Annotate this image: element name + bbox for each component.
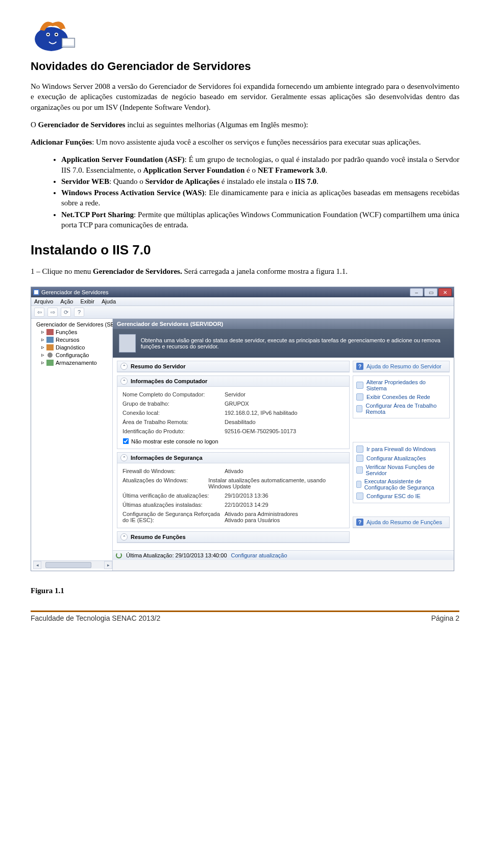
check-roles-icon [356,466,363,474]
config-icon [46,352,54,358]
svg-rect-15 [46,360,54,366]
logo-fox [31,15,77,54]
panel-resumo-funcoes[interactable]: ⌃ Resumo de Funções [117,532,349,543]
paragraph-adicionar-funcoes: Adicionar Funções: Um novo assistente aj… [31,137,459,147]
info-row: Nome Completo do Computador:Servidor [122,390,344,399]
scroll-right-button[interactable]: ▸ [104,561,112,569]
window-titlebar[interactable]: Gerenciador de Servidores – ▭ ✕ [31,287,454,297]
info-row: Firewall do Windows:Ativado [122,466,344,476]
scroll-left-button[interactable]: ◂ [33,561,41,569]
security-wizard-icon [356,481,361,488]
roles-icon [46,329,54,335]
features-icon [46,337,54,343]
bullet-web: Servidor WEB: Quando o Servidor de Aplic… [61,176,459,186]
menubar: Arquivo Ação Exibir Ajuda [31,297,454,306]
network-icon [356,393,363,401]
firewall-icon [356,445,363,453]
info-row: Identificação do Produto:92516-OEM-75029… [122,427,344,436]
info-row: Últimas atualizações instaladas:22/10/20… [122,500,344,509]
back-button[interactable]: ⇦ [34,308,44,317]
link-configurar-atualizacao[interactable]: Configurar atualização [231,552,287,558]
help-icon: ? [356,519,363,526]
svg-rect-6 [63,39,74,46]
chevron-up-icon: ⌃ [120,454,128,461]
updates-icon [356,455,363,462]
bullet-tcp: Net.TCP Port Sharing: Permite que múltip… [61,209,459,230]
tree-root[interactable]: Gerenciador de Servidores (SERV [33,321,112,328]
checkbox-no-show-console[interactable]: Não mostrar este console no logon [122,436,344,445]
remote-icon [356,405,362,412]
tree-diagnostico[interactable]: ▹Diagnóstico [40,343,112,351]
refresh-icon [116,552,122,558]
svg-rect-11 [46,329,54,335]
heading-novidades: Novidades do Gerenciador de Servidores [31,60,459,73]
link-assistente-seguranca[interactable]: Executar Assistente de Configuração de S… [356,477,446,491]
screenshot-server-manager: Gerenciador de Servidores – ▭ ✕ Arquivo … [31,287,454,571]
panel-resumo-servidor[interactable]: ⌃ Resumo do Servidor [117,361,349,372]
step-1: 1 – Clique no menu Gerenciador de Servid… [31,266,459,276]
link-exibir-conexoes[interactable]: Exibir Conexões de Rede [356,392,446,402]
link-configurar-esc[interactable]: Configurar ESC do IE [356,491,446,501]
info-row: Atualizações do Windows:Instalar atualiz… [122,476,344,491]
figure-label: Figura 1.1 [31,587,459,595]
svg-rect-8 [34,290,38,294]
heading-instalando: Instalando o IIS 7.0 [31,242,459,258]
svg-point-4 [56,34,58,36]
chevron-up-icon: ⌃ [120,533,128,541]
footer-left: Faculdade de Tecnologia SENAC 2013/2 [31,614,160,622]
ie-esc-icon [356,492,363,500]
menu-ajuda[interactable]: Ajuda [102,298,116,304]
bullet-was: Windows Process Activation Service (WAS)… [61,187,459,208]
link-configurar-atualizacoes[interactable]: Configurar Atualizações [356,454,446,463]
info-row: Conexão local:192.168.0.12, IPv6 habilit… [122,408,344,417]
page-footer: Faculdade de Tecnologia SENAC 2013/2 Pág… [31,611,459,622]
panel-info-computador[interactable]: ⌃ Informações do Computador [117,376,349,387]
link-configurar-remota[interactable]: Configurar Área de Trabalho Remota [356,402,446,416]
info-row: Grupo de trabalho:GRUPOX [122,399,344,408]
link-firewall[interactable]: Ir para Firewall do Windows [356,444,446,454]
tree-armazenamento[interactable]: ▹Armazenamento [40,359,112,366]
chevron-up-icon: ⌃ [120,363,128,370]
maximize-button[interactable]: ▭ [424,288,437,296]
menu-acao[interactable]: Ação [60,298,73,304]
properties-icon [356,382,363,389]
diagnostics-icon [46,344,54,350]
tree-funcoes[interactable]: ▹Funções [40,328,112,336]
scrollbar-thumb[interactable] [45,562,91,568]
tree-recursos[interactable]: ▹Recursos [40,336,112,343]
close-button[interactable]: ✕ [438,288,452,296]
nav-tree: Gerenciador de Servidores (SERV ▹Funções… [31,319,113,571]
forward-button[interactable]: ⇨ [47,308,58,317]
bullet-asf: Application Server Foundation (ASF): É u… [61,154,459,175]
svg-point-3 [47,34,49,36]
chevron-up-icon: ⌃ [120,378,128,385]
menu-arquivo[interactable]: Arquivo [34,298,53,304]
help-icon: ? [356,363,363,370]
checkbox-input[interactable] [123,438,129,444]
refresh-button[interactable]: ⟳ [61,308,71,317]
bullet-list: Application Server Foundation (ASF): É u… [61,154,459,230]
link-alterar-propriedades[interactable]: Alterar Propriedades do Sistema [356,378,446,392]
help-resumo-servidor[interactable]: ? Ajuda do Resumo do Servidor [353,361,449,372]
help-button[interactable]: ? [74,308,84,317]
help-resumo-funcoes[interactable]: ? Ajuda do Resumo de Funções [353,517,449,528]
window-title: Gerenciador de Servidores [41,289,410,295]
minimize-button[interactable]: – [410,288,423,296]
storage-icon [46,360,54,366]
panel-info-seguranca[interactable]: ⌃ Informações de Segurança [117,453,349,463]
info-row: Configuração de Segurança Reforçada do I… [122,509,344,525]
svg-rect-13 [46,344,54,350]
toolbar: ⇦ ⇨ ⟳ ? [31,306,454,319]
paragraph-melhorias: O Gerenciador de Servidores inclui as se… [31,120,459,130]
svg-rect-12 [46,337,54,343]
tree-configuracao[interactable]: ▹Configuração [40,351,112,359]
status-bar: Última Atualização: 29/10/2013 13:40:00 … [113,550,454,560]
svg-point-14 [47,353,53,358]
breadcrumb: Gerenciador de Servidores (SERVIDOR) [113,319,454,329]
app-icon [33,289,39,295]
menu-exibir[interactable]: Exibir [80,298,94,304]
paragraph-intro: No Windows Server 2008 a versão do Geren… [31,81,459,112]
info-row: Última verificação de atualizações:29/10… [122,491,344,500]
footer-right: Página 2 [431,614,459,622]
link-verificar-funcoes[interactable]: Verificar Novas Funções de Servidor [356,463,446,477]
